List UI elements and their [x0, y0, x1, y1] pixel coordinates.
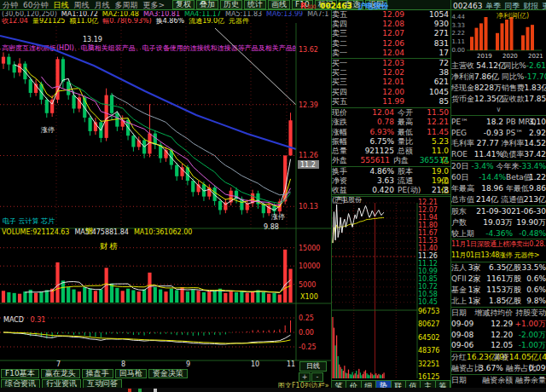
bottom-tab[interactable]: 操盘手 — [82, 369, 113, 378]
toolbar-button[interactable]: 画线 — [268, 0, 290, 9]
minute-price-label: 10.99 — [418, 268, 449, 275]
expander-icon[interactable]: ∨ — [451, 105, 546, 116]
f10-label: 户数 — [451, 217, 474, 228]
ask-row[interactable]: 卖五12.091054 — [332, 10, 450, 20]
period-tab[interactable]: 周线 — [73, 1, 89, 9]
f10-value: 0.6% — [521, 285, 546, 296]
quote-value: 11.50 — [426, 108, 450, 118]
toolbar-button[interactable]: 复权 — [172, 0, 195, 9]
bottom-tab-row-1: F10基本赢在龙头操盘手回马枪资金决策 — [1, 369, 189, 378]
f10-value: 0.09% — [528, 363, 546, 374]
f10-value: 6.35亿股 — [480, 262, 521, 274]
f10-tab[interactable]: 同季 — [504, 2, 520, 10]
level-label: 买四 — [332, 88, 357, 97]
stock-code: 002463 — [320, 2, 352, 10]
news-item[interactable]: 11月01日13:48涨停 元器件> — [451, 251, 539, 262]
f10-tab[interactable]: 单季 — [485, 2, 501, 10]
panel-divider-right — [450, 0, 451, 392]
quote-label: 外盘 — [332, 156, 358, 165]
f10-label: 日期 — [451, 375, 474, 386]
svg-text:0.00: 0.00 — [299, 329, 314, 337]
toolbar-button[interactable]: 历史 — [220, 0, 242, 9]
level-price: 12.00 — [357, 88, 404, 97]
quote-value: 5.23 — [426, 137, 450, 147]
f10-tab[interactable]: 更多.. — [542, 2, 546, 10]
f10-value: -2.61 — [526, 61, 546, 72]
bottom-tab[interactable]: 回马枪 — [115, 369, 147, 378]
bottom-tab[interactable]: 赢在龙头 — [41, 369, 80, 378]
level-price: 12.04 — [357, 49, 404, 58]
kline-chart-canvas[interactable]: 13.6212.3911.2610.1311.215000100005000X1… — [0, 23, 331, 361]
f10-label: 年最高 — [451, 183, 479, 194]
volume-stat: VOLUME:921124.63 — [2, 228, 69, 236]
ask-row[interactable]: 卖三12.07271 — [332, 29, 450, 38]
f10-label: 60日 — [451, 172, 479, 183]
quote-label: 今开 — [394, 108, 426, 118]
toolbar-button[interactable]: 叠加 — [196, 0, 218, 9]
f10-label: 毛利率 — [451, 138, 476, 149]
period-tab[interactable]: 多周期 — [114, 1, 137, 9]
bid-row[interactable]: 买三12.01621 — [332, 78, 450, 87]
quote-label: 量比 — [394, 137, 426, 147]
bid-row[interactable]: 买二12.0238 — [332, 68, 450, 78]
bid-row[interactable]: 买四12.001045 — [332, 88, 450, 97]
index-300-flag: 300 — [306, 3, 316, 9]
period-tab[interactable]: 更多> — [142, 1, 165, 9]
f10-tab[interactable]: 财报 — [523, 2, 538, 10]
f10-label: PEG — [451, 128, 479, 139]
quote-label: 最高 — [394, 118, 426, 127]
f10-label: 基金 — [451, 285, 468, 296]
f10-label: 净利率 — [499, 138, 525, 149]
quote-value: 12.04 — [360, 108, 394, 118]
quote-value: 4.86% — [360, 167, 394, 176]
f10-label: 销售费 — [499, 83, 525, 94]
f10-value: 37.42 — [524, 149, 546, 160]
event-flag-increase[interactable]: 增 — [85, 226, 93, 237]
toolbar-button[interactable]: 统计 — [244, 0, 266, 9]
svg-text:10000: 10000 — [299, 262, 320, 270]
taskbar-icon[interactable] — [138, 389, 142, 392]
period-tab[interactable]: 月线 — [94, 1, 109, 9]
news-item[interactable]: 11月1日深股通上榜净卖出0.28.. — [451, 239, 546, 251]
f10-value: 0.6% — [521, 274, 546, 285]
bottom-tab[interactable]: 资金决策 — [148, 369, 188, 378]
f10-row: 年最高18.96年最低9.86 — [451, 183, 546, 194]
f10-value: 214亿 — [476, 194, 498, 205]
ask-row[interactable]: 卖二12.06831 — [332, 39, 450, 49]
f10-label: 法人 — [451, 262, 468, 274]
svg-text:5000: 5000 — [299, 281, 316, 289]
f10-value: 1.22 — [529, 172, 546, 183]
f10-value: 1.83亿 — [524, 83, 546, 94]
macd-indicator-line: MACD 0.31 — [3, 316, 45, 324]
period-tab[interactable]: 日线 — [53, 1, 68, 9]
f10-row: 09-0612.05-1.00万 — [451, 340, 546, 352]
ask-row[interactable]: 卖一12.0417 — [332, 49, 450, 58]
taskbar-icon[interactable] — [128, 389, 131, 392]
quote-row: 涨跌0.78最高12.21 — [332, 118, 450, 127]
f10-value: 融券余量 — [513, 375, 546, 386]
level-volume: 1054 — [404, 10, 450, 20]
taskbar-icon[interactable] — [154, 389, 157, 392]
bottom-tab[interactable]: F10基本 — [1, 369, 39, 378]
f10-label: 总市值 — [451, 194, 476, 205]
f10-label: 融资占比 — [451, 363, 479, 374]
event-flag-report[interactable]: 财 榜 — [100, 241, 118, 252]
ma-values-line: (30,60,120,250)MA1:10.72MA2:10.48MA3:10.… — [2, 11, 329, 18]
f10-tab[interactable]: 002463 — [453, 2, 482, 10]
f10-label: 主营收 — [451, 61, 476, 72]
bid-row[interactable]: 买一12.0372 — [332, 59, 450, 68]
f10-value: 12.35亿 — [474, 94, 499, 105]
ask-row[interactable]: 卖四12.08930 — [332, 20, 450, 29]
quote-value: 555611 — [358, 156, 390, 165]
f10-value: 12.20 — [474, 330, 514, 341]
minute-price-label: 11.80 — [418, 222, 449, 229]
f10-label: 09-09 — [451, 319, 474, 330]
minute-volume-label: 64502 — [418, 335, 449, 342]
f10-value: 12.05 — [474, 340, 514, 351]
period-tab[interactable]: 60分钟 — [23, 1, 48, 9]
bid-row[interactable]: 买五11.9985 — [332, 97, 450, 107]
period-tab[interactable]: 分钟 — [3, 1, 18, 9]
period-indicator-tab[interactable]: 日线 — [299, 361, 327, 372]
svg-text:0.25: 0.25 — [299, 314, 314, 322]
f10-value: -2.00万 — [513, 330, 546, 341]
